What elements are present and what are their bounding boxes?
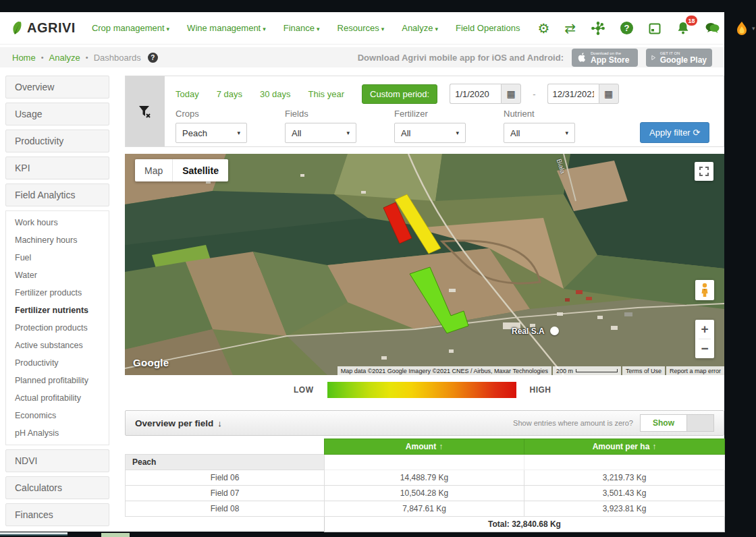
google-play-badge[interactable]: GET IT ON Google Play	[646, 49, 712, 67]
sidebar-item-usage[interactable]: Usage	[5, 103, 109, 125]
notification-count-badge: 18	[686, 16, 697, 26]
amount-per-ha-column-header[interactable]: Amount per ha↑	[524, 439, 725, 455]
page-help-icon[interactable]: ?	[148, 53, 158, 63]
sidebar-item-calculators[interactable]: Calculators	[5, 476, 109, 499]
settings-gear-icon[interactable]: ⚙	[537, 22, 549, 35]
fields-select-value: All	[292, 128, 301, 138]
agrivi-logo[interactable]: AGRIVI	[9, 20, 76, 36]
date-to-input[interactable]	[547, 84, 599, 104]
zero-question-label: Show entries where amount is zero?	[513, 419, 633, 427]
help-icon[interactable]: ?	[620, 22, 633, 34]
overview-per-field-header[interactable]: Overview per field ↓ Show entries where …	[125, 410, 724, 436]
satellite-view-button[interactable]: Satellite	[173, 159, 228, 181]
date-from-input[interactable]	[450, 84, 501, 104]
sidebar-item-kpi[interactable]: KPI	[5, 157, 109, 179]
play-icon	[651, 53, 656, 63]
breadcrumb-analyze[interactable]: Analyze	[49, 53, 80, 63]
zoom-out-button[interactable]: −	[695, 339, 714, 358]
appstore-bottom-text: App Store	[591, 56, 629, 64]
integrations-hub-icon[interactable]	[591, 21, 605, 36]
zoom-in-button[interactable]: +	[695, 320, 714, 339]
satellite-map[interactable]: Map Satellite + − Real	[125, 154, 724, 375]
sidebar-item-overview[interactable]: Overview	[5, 76, 109, 98]
show-zero-button[interactable]: Show	[640, 414, 687, 432]
menu-finance[interactable]: Finance▾	[284, 23, 320, 33]
chat-icon[interactable]	[705, 22, 720, 35]
swap-arrows-icon[interactable]: ⇄	[564, 22, 576, 35]
date-to-calendar-button[interactable]: ▦	[599, 84, 619, 104]
chevron-down-icon: ▾	[167, 26, 170, 32]
fields-select[interactable]: All ▾	[285, 123, 356, 143]
table-row[interactable]: Field 08 7,847.61 Kg 3,923.81 Kg	[126, 501, 725, 517]
amount-column-header[interactable]: Amount↑	[325, 439, 524, 455]
sidebar-item-field-analytics[interactable]: Field Analytics	[5, 183, 109, 206]
table-header-row: Amount↑ Amount per ha↑	[126, 439, 725, 455]
place-marker[interactable]	[550, 327, 559, 335]
hide-zero-button[interactable]	[687, 414, 714, 432]
menu-wine-management[interactable]: Wine management▾	[187, 23, 266, 33]
fertilizer-select[interactable]: All ▾	[394, 123, 466, 143]
map-view-button[interactable]: Map	[135, 159, 173, 181]
report-map-error-link[interactable]: Report a map error	[666, 366, 724, 375]
date-to-group: ▦	[547, 84, 619, 104]
menu-analyze[interactable]: Analyze▾	[402, 23, 438, 33]
breadcrumb-home[interactable]: Home	[12, 53, 36, 63]
sidebar-item-ndvi[interactable]: NDVI	[5, 449, 109, 472]
submenu-protection-products[interactable]: Protection products	[6, 319, 109, 337]
crops-select[interactable]: Peach ▾	[176, 123, 247, 143]
apply-filter-button[interactable]: Apply filter ⟳	[640, 122, 709, 143]
date-from-calendar-button[interactable]: ▦	[501, 84, 521, 104]
amount-cell: 10,504.28 Kg	[325, 486, 524, 501]
menu-field-operations[interactable]: Field Operations	[456, 23, 520, 33]
field-analytics-submenu: Work hours Machinery hours Fuel Water Fe…	[5, 210, 109, 445]
submenu-economics[interactable]: Economics	[6, 407, 109, 424]
submenu-water[interactable]: Water	[6, 266, 109, 284]
table-total-row: Total: 32,840.68 Kg	[126, 517, 725, 532]
sidebar-item-finances[interactable]: Finances	[5, 503, 109, 526]
collapse-arrow-icon[interactable]: ↓	[217, 418, 222, 428]
submenu-planned-profitability[interactable]: Planned profitability	[6, 372, 109, 389]
submenu-work-hours[interactable]: Work hours	[6, 214, 109, 231]
street-view-pegman[interactable]	[695, 280, 714, 300]
clear-filter-button[interactable]	[126, 76, 165, 146]
app-store-badge[interactable]: Download on the App Store	[572, 49, 638, 67]
calendar-icon[interactable]	[648, 22, 662, 35]
sort-asc-icon: ↑	[652, 442, 656, 451]
map-attribution-text: Map data ©2021 Google Imagery ©2021 CNES…	[338, 366, 551, 375]
fullscreen-button[interactable]	[695, 162, 713, 181]
menu-crop-management[interactable]: Crop management▾	[92, 23, 169, 33]
date-from-group: ▦	[450, 84, 521, 104]
table-row[interactable]: Field 06 14,488.79 Kg 3,219.73 Kg	[126, 470, 725, 486]
submenu-fertilizer-products[interactable]: Fertilizer products	[6, 284, 109, 302]
bottom-strip-green	[101, 533, 130, 537]
submenu-machinery-hours[interactable]: Machinery hours	[6, 231, 109, 249]
amount-per-ha-cell: 3,219.73 Kg	[524, 470, 725, 486]
chevron-down-icon: ▾	[435, 26, 438, 32]
chevron-down-icon: ▾	[237, 130, 240, 136]
range-7-days[interactable]: 7 days	[217, 89, 242, 99]
menu-resources[interactable]: Resources▾	[338, 23, 385, 33]
range-today[interactable]: Today	[176, 89, 199, 99]
sidebar: Overview Usage Productivity KPI Field An…	[5, 76, 109, 530]
terms-of-use-link[interactable]: Terms of Use	[622, 366, 665, 375]
submenu-active-substances[interactable]: Active substances	[6, 337, 109, 354]
notifications-bell-icon[interactable]: 18	[676, 21, 690, 35]
range-30-days[interactable]: 30 days	[260, 89, 291, 99]
user-avatar[interactable]: ▾	[735, 21, 755, 36]
date-range-row: Today 7 days 30 days This year Custom pe…	[176, 83, 713, 105]
apple-icon	[577, 52, 587, 63]
submenu-actual-profitability[interactable]: Actual profitability	[6, 389, 109, 407]
submenu-productivity[interactable]: Productivity	[6, 354, 109, 372]
place-label: Real S.A	[512, 327, 545, 336]
table-row[interactable]: Field 07 10,504.28 Kg 3,501.43 Kg	[126, 486, 725, 501]
submenu-ph-analysis[interactable]: pH Analysis	[6, 424, 109, 442]
submenu-fuel[interactable]: Fuel	[6, 249, 109, 266]
nutrient-select[interactable]: All ▾	[504, 123, 575, 143]
submenu-fertilizer-nutrients[interactable]: Fertilizer nutrients	[6, 302, 109, 319]
custom-period-button[interactable]: Custom period:	[362, 84, 437, 104]
chevron-down-icon: ▾	[317, 26, 320, 32]
range-this-year[interactable]: This year	[308, 89, 344, 99]
google-logo[interactable]: Google	[133, 357, 169, 368]
crops-select-value: Peach	[182, 128, 207, 138]
sidebar-item-productivity[interactable]: Productivity	[5, 130, 109, 152]
